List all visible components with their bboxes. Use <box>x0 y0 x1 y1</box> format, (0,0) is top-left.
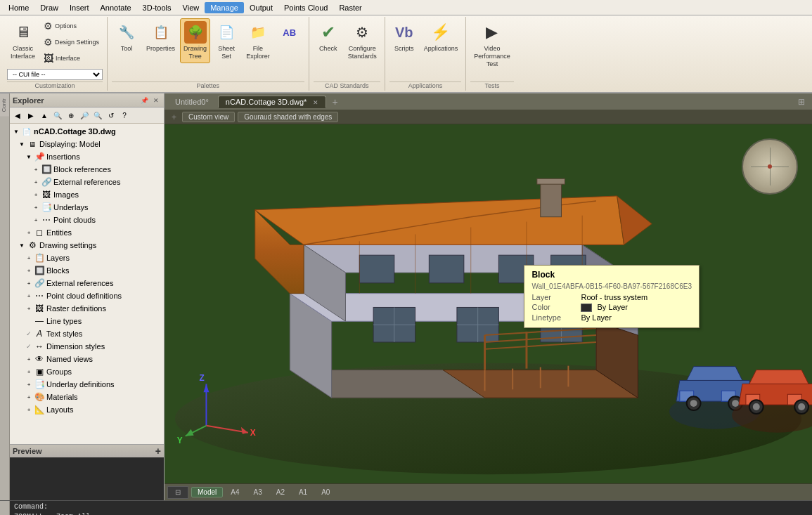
expand-ext-refs-2[interactable]: + <box>24 278 34 288</box>
tree-item-ext-refs-2[interactable]: + 🔗 External references <box>10 277 164 289</box>
applications-button[interactable]: ⚡ Applications <box>420 18 462 55</box>
left-tab-contr[interactable]: Contr <box>0 93 9 117</box>
file-explorer-button[interactable]: 📁 FileExplorer <box>243 18 273 63</box>
ab-button[interactable]: AB <box>275 18 304 46</box>
expand-blocks[interactable]: + <box>24 266 34 275</box>
menu-output[interactable]: Output <box>244 2 278 13</box>
expand-groups[interactable]: + <box>24 367 34 377</box>
configure-standards-button[interactable]: ⚙ ConfigureStandards <box>344 18 380 63</box>
tree-item-insertions[interactable]: ▼ 📌 Insertions <box>10 150 164 163</box>
check-button[interactable]: ✔ Check <box>314 18 343 55</box>
expand-images[interactable]: + <box>31 190 41 200</box>
tree-item-file[interactable]: ▼ 📄 nCAD.Cottage 3D.dwg <box>10 125 164 138</box>
expand-underlays[interactable]: + <box>31 202 41 212</box>
explorer-pin-btn[interactable]: 📌 <box>138 96 150 105</box>
explorer-zoom-out-btn[interactable]: 🔍 <box>91 109 104 122</box>
menu-draw[interactable]: Draw <box>34 2 64 13</box>
expand-layouts[interactable]: + <box>24 405 34 415</box>
tree-item-block-refs[interactable]: + 🔲 Block references <box>10 163 164 176</box>
expand-insertions[interactable]: ▼ <box>24 152 34 162</box>
expand-entities[interactable]: + <box>24 228 34 237</box>
classic-interface-button[interactable]: 🖥 ClassicInterface <box>7 18 39 63</box>
drawing-tree-button[interactable]: 🌳 DrawingTree <box>180 18 210 63</box>
preview-add-btn[interactable]: + <box>155 445 161 457</box>
tool-button[interactable]: 🔧 Tool <box>112 18 141 55</box>
menu-home[interactable]: Home <box>3 2 34 13</box>
video-performance-button[interactable]: ▶ VideoPerformanceTest <box>470 18 514 70</box>
design-settings-button[interactable]: ⚙ Design Settings <box>40 34 103 50</box>
explorer-close-btn[interactable]: ✕ <box>151 96 161 105</box>
menu-insert[interactable]: Insert <box>64 2 95 13</box>
expand-point-clouds[interactable]: + <box>31 215 41 225</box>
expand-drawing-settings[interactable]: ▼ <box>17 240 27 250</box>
tree-item-groups[interactable]: + ▣ Groups <box>10 365 164 378</box>
menu-view[interactable]: View <box>177 2 205 13</box>
menu-3dtools[interactable]: 3D-tools <box>137 2 177 13</box>
tab-cottage-close[interactable]: ✕ <box>313 99 318 106</box>
tree-item-ext-refs[interactable]: + 🔗 External references <box>10 176 164 188</box>
menu-pointscloud[interactable]: Points Cloud <box>278 2 333 13</box>
explorer-nav1-btn[interactable]: 🔍 <box>51 109 64 122</box>
menu-annotate[interactable]: Annotate <box>95 2 137 13</box>
tree-item-images[interactable]: + 🖼 Images <box>10 188 164 201</box>
maximize-btn[interactable]: ⊞ <box>794 97 809 107</box>
tree-item-materials[interactable]: + 🎨 Materials <box>10 391 164 403</box>
tree-item-named-views[interactable]: + 👁 Named views <box>10 353 164 365</box>
tree-item-blocks[interactable]: + 🔲 Blocks <box>10 264 164 277</box>
options-button[interactable]: ⚙ Options <box>40 18 103 34</box>
scripts-button[interactable]: Vb Scripts <box>389 18 419 55</box>
tree-item-dim-styles[interactable]: ✓ ↔ Dimension styles <box>10 340 164 353</box>
sheet-set-button[interactable]: 📄 SheetSet <box>212 18 241 63</box>
bottom-tab-a0[interactable]: A0 <box>315 487 336 497</box>
explorer-help-btn[interactable]: ? <box>118 109 131 122</box>
tree-item-layouts[interactable]: + 📐 Layouts <box>10 403 164 416</box>
bottom-tab-a1[interactable]: A1 <box>292 487 314 497</box>
expand-raster-def[interactable]: + <box>24 304 34 313</box>
tree-item-raster-def[interactable]: + 🖼 Raster definitions <box>10 302 164 315</box>
tree-item-underlays[interactable]: + 📑 Underlays <box>10 201 164 214</box>
tree-item-line-types[interactable]: + — Line types <box>10 315 164 327</box>
properties-button[interactable]: 📋 Properties <box>143 18 179 55</box>
bottom-tab-a3[interactable]: A3 <box>247 487 268 497</box>
expand-displaying[interactable]: ▼ <box>17 139 27 149</box>
shading-btn[interactable]: Gouraud shaded with edges <box>238 112 338 122</box>
bottom-tab-a2[interactable]: A2 <box>270 487 291 497</box>
explorer-nav2-btn[interactable]: ⊕ <box>65 109 77 122</box>
expand-point-cloud-def[interactable]: + <box>24 291 34 301</box>
tab-untitled[interactable]: Untitled0° <box>167 96 217 108</box>
explorer-refresh-btn[interactable]: ↺ <box>105 109 117 122</box>
bottom-tab-a4[interactable]: A4 <box>224 487 245 497</box>
explorer-zoom-in-btn[interactable]: 🔎 <box>78 109 91 122</box>
tree-item-layers[interactable]: + 📋 Layers <box>10 252 164 264</box>
explorer-forward-btn[interactable]: ▶ <box>25 109 37 122</box>
expand-ext-refs[interactable]: + <box>31 177 41 187</box>
tree-item-displaying[interactable]: ▼ 🖥 Displaying: Model <box>10 138 164 150</box>
expand-text-styles[interactable]: ✓ <box>24 329 34 339</box>
add-tab-button[interactable]: + <box>328 96 342 107</box>
expand-named-views[interactable]: + <box>24 354 34 364</box>
expand-layers[interactable]: + <box>24 253 34 263</box>
customization-select[interactable]: -- CUI file -- <box>7 69 103 80</box>
viewport-add-btn[interactable]: + <box>169 112 179 122</box>
expand-dim-styles[interactable]: ✓ <box>24 341 34 351</box>
drawing-canvas[interactable]: Z X Y <box>165 124 812 483</box>
ribbon-group-buttons-palettes: 🔧 Tool 📋 Properties 🌳 DrawingTree 📄 Shee… <box>112 18 304 80</box>
tree-item-entities[interactable]: + ◻ Entities <box>10 226 164 239</box>
tree-item-text-styles[interactable]: ✓ A Text styles <box>10 327 164 340</box>
tab-cottage[interactable]: nCAD.Cottage 3D.dwg* ✕ <box>218 96 327 108</box>
expand-file[interactable]: ▼ <box>11 126 21 136</box>
expand-block-refs[interactable]: + <box>31 164 41 174</box>
explorer-up-btn[interactable]: ▲ <box>38 109 51 122</box>
menu-raster[interactable]: Raster <box>333 2 367 13</box>
tree-item-underlay-def[interactable]: + 📑 Underlay definitions <box>10 378 164 391</box>
explorer-back-btn[interactable]: ◀ <box>11 109 24 122</box>
interface-button[interactable]: 🖼 Interface <box>40 51 103 66</box>
menu-manage[interactable]: Manage <box>205 2 244 13</box>
tree-item-point-clouds[interactable]: + ⋯ Point clouds <box>10 214 164 226</box>
expand-materials[interactable]: + <box>24 392 34 402</box>
expand-underlay-def[interactable]: + <box>24 379 34 389</box>
tree-item-point-cloud-def[interactable]: + ⋯ Point cloud definitions <box>10 289 164 302</box>
bottom-tab-model[interactable]: Model <box>191 487 223 497</box>
tree-item-drawing-settings[interactable]: ▼ ⚙ Drawing settings <box>10 239 164 252</box>
custom-view-btn[interactable]: Custom view <box>182 112 235 122</box>
